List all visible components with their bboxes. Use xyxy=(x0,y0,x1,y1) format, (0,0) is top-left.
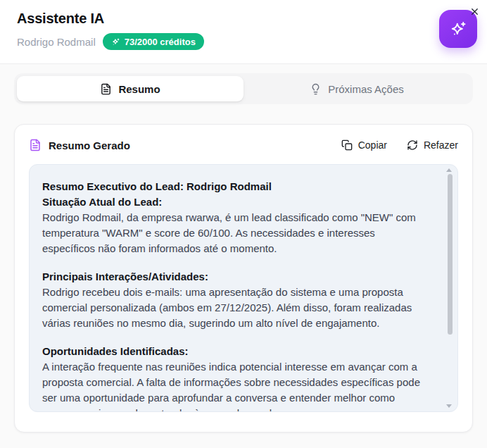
scrollbar-down-arrow-icon[interactable] xyxy=(446,404,452,408)
modal-header: Assistente IA Rodrigo Rodmail 73/2000 cr… xyxy=(0,0,487,64)
close-button[interactable] xyxy=(467,4,482,19)
summary-card: Resumo Gerado Copiar xyxy=(14,124,473,433)
summary-card-header: Resumo Gerado Copiar xyxy=(29,139,458,151)
tab-proximas-acoes[interactable]: Próximas Ações xyxy=(244,76,470,101)
tab-resumo-label: Resumo xyxy=(118,83,160,95)
tab-proximas-acoes-label: Próximas Ações xyxy=(328,83,404,95)
credits-label: 73/2000 créditos xyxy=(125,37,196,47)
file-text-icon xyxy=(100,83,112,95)
section-body: Rodrigo recebeu dois e-mails: uma aprese… xyxy=(42,285,425,331)
modal-body: Resumo Próximas Ações xyxy=(0,64,487,448)
redo-button[interactable]: Refazer xyxy=(407,139,458,151)
close-icon xyxy=(469,6,480,17)
credits-badge: 73/2000 créditos xyxy=(103,33,204,50)
tab-resumo[interactable]: Resumo xyxy=(17,76,244,101)
summary-section: Principais Interações/Atividades: Rodrig… xyxy=(42,269,425,331)
ai-assistant-modal: Assistente IA Rodrigo Rodmail 73/2000 cr… xyxy=(0,0,487,448)
sparkle-icon xyxy=(111,37,120,46)
scrollbar-up-arrow-icon[interactable] xyxy=(446,168,452,172)
summary-section: Resumo Executivo do Lead: Rodrigo Rodmai… xyxy=(42,179,425,256)
section-heading: Oportunidades Identificadas: xyxy=(42,344,425,359)
page-title: Assistente IA xyxy=(17,11,470,27)
scrollbar-thumb[interactable] xyxy=(448,174,453,335)
lead-name: Rodrigo Rodmail xyxy=(17,36,96,48)
header-subrow: Rodrigo Rodmail 73/2000 créditos xyxy=(17,33,470,50)
section-heading: Principais Interações/Atividades: xyxy=(42,269,425,285)
redo-button-label: Refazer xyxy=(424,139,458,151)
sparkles-icon xyxy=(449,20,468,39)
summary-card-actions: Copiar Refazer xyxy=(341,139,458,151)
copy-button[interactable]: Copiar xyxy=(341,139,387,151)
summary-card-title: Resumo Gerado xyxy=(49,139,130,151)
section-heading: Resumo Executivo do Lead: Rodrigo Rodmai… xyxy=(42,179,425,194)
refresh-icon xyxy=(407,139,418,151)
document-icon xyxy=(29,139,42,151)
copy-button-label: Copiar xyxy=(358,139,387,151)
section-subheading: Situação Atual do Lead: xyxy=(42,194,425,210)
lightbulb-icon xyxy=(310,83,322,95)
section-body: A interação frequente nas reuniões indic… xyxy=(42,359,425,412)
summary-section: Oportunidades Identificadas: A interação… xyxy=(42,344,425,412)
summary-scroll-area[interactable]: Resumo Executivo do Lead: Rodrigo Rodmai… xyxy=(29,164,458,412)
tab-bar: Resumo Próximas Ações xyxy=(14,73,473,104)
copy-icon xyxy=(341,139,353,151)
section-body: Rodrigo Rodmail, da empresa rwarwa, é um… xyxy=(42,210,425,256)
